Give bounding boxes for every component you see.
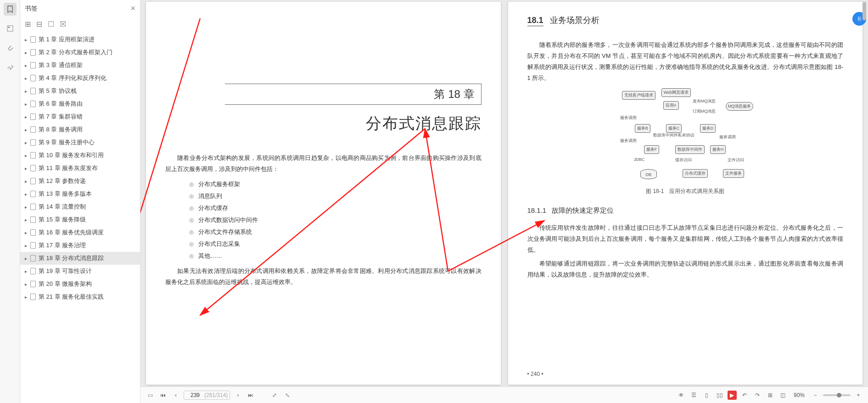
bookmark-label: 第 18 章 分布式消息跟踪: [39, 254, 104, 262]
list-item: 分布式数据访问中间件: [189, 214, 482, 226]
bookmark-item[interactable]: ▸第 16 章 服务优先级调度: [20, 226, 140, 239]
bookmark-label: 第 8 章 服务调用: [39, 125, 83, 134]
bookmark-item[interactable]: ▸第 8 章 服务调用: [20, 123, 140, 136]
panel-tools: ⊞ ⊟ ☐ ☒: [20, 17, 140, 33]
add-folder-icon[interactable]: ⊟: [36, 20, 42, 28]
bookmark-item[interactable]: ▸第 5 章 协议栈: [20, 85, 140, 97]
bookmark-panel: 书签 × ⊞ ⊟ ☐ ☒ ▸第 1 章 应用框架演进▸第 2 章 分布式服务框架…: [20, 0, 140, 403]
list-item: 其他……: [189, 250, 482, 262]
bookmark-label: 第 12 章 参数传递: [39, 177, 86, 185]
bookmark-label: 第 13 章 服务多版本: [39, 190, 92, 198]
crop-icon[interactable]: ◫: [778, 390, 788, 400]
single-page-icon[interactable]: ▯: [702, 390, 712, 400]
next-page-icon[interactable]: ›: [233, 390, 243, 400]
fit-width-icon[interactable]: ⤢: [269, 390, 280, 400]
bookmark-item[interactable]: ▸第 13 章 服务多版本: [20, 187, 140, 200]
bookmark-icon[interactable]: [4, 3, 17, 16]
bookmark-item[interactable]: ▸第 7 章 集群容错: [20, 110, 140, 123]
bookmark-item[interactable]: ▸第 6 章 服务路由: [20, 97, 140, 110]
slideshow-icon[interactable]: ▶: [728, 391, 737, 400]
bookmark-item[interactable]: ▸第 20 章 微服务架构: [20, 278, 140, 290]
page-number: • 240 •: [527, 371, 543, 377]
bookmark-label: 第 9 章 服务注册中心: [39, 138, 95, 147]
bookmark-list: ▸第 1 章 应用框架演进▸第 2 章 分布式服务框架入门▸第 3 章 通信框架…: [20, 33, 140, 403]
bookmark-item[interactable]: ▸第 15 章 服务降级: [20, 213, 140, 226]
signature-icon[interactable]: [4, 61, 17, 74]
read-mode-icon[interactable]: ☰: [689, 390, 699, 400]
bookmark-item[interactable]: ▸第 21 章 服务化最佳实践: [20, 290, 140, 303]
bookmark-item[interactable]: ▸第 4 章 序列化和反序列化: [20, 72, 140, 85]
rotate-left-icon[interactable]: ↶: [739, 390, 750, 400]
thumbnail-icon[interactable]: [4, 22, 17, 35]
fit-page-icon[interactable]: ⤡: [282, 390, 292, 400]
attachment-icon[interactable]: [4, 41, 17, 54]
page-fraction: (261/314): [204, 392, 228, 398]
status-bar: ▭ ⏮ ‹ (261/314) › ⏭ ⤢ ⤡ 👁 ☰ ▯ ▯▯ ▶ ↶ ↷ ⊞…: [140, 386, 868, 403]
bookmark-label: 第 19 章 可靠性设计: [39, 267, 92, 275]
zoom-out-icon[interactable]: −: [810, 390, 820, 400]
prev-page-icon[interactable]: ‹: [171, 390, 181, 400]
bookmark-label: 第 11 章 服务灰度发布: [39, 164, 98, 172]
last-page-icon[interactable]: ⏭: [246, 390, 256, 400]
bookmark-item[interactable]: ▸第 12 章 参数传递: [20, 175, 140, 187]
paragraph: 随着系统内部的服务增多，一次业务调用可能会通过系统内部多个服务协同调用来完成，这…: [527, 40, 844, 84]
layout-icon[interactable]: ⊞: [765, 390, 775, 400]
svg-rect-0: [7, 26, 13, 31]
sidebar-toggle-icon[interactable]: ▭: [145, 390, 155, 400]
bookmark-item[interactable]: ▸第 14 章 流量控制: [20, 200, 140, 213]
bookmark-item[interactable]: ▸第 18 章 分布式消息跟踪: [20, 252, 140, 265]
vertical-scrollbar[interactable]: [862, 0, 867, 386]
zoom-in-icon[interactable]: +: [853, 390, 863, 400]
list-item: 分布式缓存: [189, 202, 482, 214]
bookmark-item[interactable]: ▸第 17 章 服务治理: [20, 239, 140, 252]
bookmark-label: 第 10 章 服务发布和引用: [39, 151, 104, 159]
app-root: 书签 × ⊞ ⊟ ☐ ☒ ▸第 1 章 应用框架演进▸第 2 章 分布式服务框架…: [0, 0, 868, 403]
paragraph: 随着业务分布式架构的发展，系统间的系统调用日趋复杂，以电商的商品购买为例，前台界…: [165, 153, 482, 175]
bookmark-label: 第 15 章 服务降级: [39, 216, 86, 224]
two-page-icon[interactable]: ▯▯: [715, 390, 725, 400]
bookmark-label: 第 20 章 微服务架构: [39, 280, 92, 288]
bookmark-label: 第 17 章 服务治理: [39, 241, 86, 250]
bookmark-item[interactable]: ▸第 2 章 分布式服务框架入门: [20, 46, 140, 59]
bookmark-label: 第 16 章 服务优先级调度: [39, 228, 104, 237]
svg-rect-1: [8, 27, 10, 28]
list-item: 分布式日志采集: [189, 238, 482, 250]
bookmark-item[interactable]: ▸第 9 章 服务注册中心: [20, 136, 140, 149]
page-left: 第 18 章 分布式消息跟踪 随着业务分布式架构的发展，系统间的系统调用日趋复杂…: [146, 2, 501, 385]
panel-title: 书签: [25, 5, 38, 13]
bookmark-label: 第 14 章 流量控制: [39, 203, 86, 211]
zoom-slider[interactable]: [823, 394, 851, 396]
bookmark-item[interactable]: ▸第 3 章 通信框架: [20, 59, 140, 72]
eye-icon[interactable]: 👁: [676, 390, 686, 400]
bookmark-item[interactable]: ▸第 1 章 应用框架演进: [20, 33, 140, 46]
chapter-number: 第 18 章: [434, 87, 474, 102]
bookmark-label: 第 3 章 通信框架: [39, 61, 83, 69]
figure: 无线客户端请求 Web网页请求 应用A 发布MQ消息 MQ消息服务 订阅MQ消息…: [527, 88, 844, 195]
bookmark-item[interactable]: ▸第 19 章 可靠性设计: [20, 265, 140, 278]
left-rail: [0, 0, 20, 403]
bookmark-label: 第 7 章 集群容错: [39, 113, 83, 121]
bookmark-item[interactable]: ▸第 10 章 服务发布和引用: [20, 149, 140, 162]
close-icon[interactable]: ×: [130, 4, 135, 13]
list-item: 分布式服务框架: [189, 178, 482, 190]
page-input[interactable]: [186, 392, 204, 398]
bullet-list: 分布式服务框架消息队列分布式缓存分布式数据访问中间件分布式文件存储系统分布式日志…: [189, 178, 482, 262]
document-viewer: 第 18 章 分布式消息跟踪 随着业务分布式架构的发展，系统间的系统调用日趋复杂…: [140, 0, 868, 403]
bookmark-label: 第 1 章 应用框架演进: [39, 35, 95, 44]
figure-caption: 图 18-1 应用分布式调用关系图: [646, 188, 724, 194]
list-item: 分布式文件存储系统: [189, 226, 482, 238]
paragraph: 传统应用软件发生故障时，往往通过接口日志手工从故障节点采集日志进行问题分析定位。…: [527, 222, 844, 255]
section-heading: 18.1业务场景分析: [527, 15, 844, 26]
scrollbar-thumb[interactable]: [862, 2, 866, 20]
rotate-right-icon[interactable]: ↷: [752, 390, 762, 400]
bookmark-item[interactable]: ▸第 11 章 服务灰度发布: [20, 162, 140, 175]
bookmark-outline-icon[interactable]: ☒: [60, 20, 66, 28]
first-page-icon[interactable]: ⏮: [158, 390, 168, 400]
paragraph: 如果无法有效清理后端的分布式调用和依赖关系，故障定界将会非常困难。利用分布式消息…: [165, 266, 482, 288]
figure-diagram: 无线客户端请求 Web网页请求 应用A 发布MQ消息 MQ消息服务 订阅MQ消息…: [616, 88, 754, 185]
zoom-level: 90%: [794, 392, 805, 398]
list-item: 消息队列: [189, 190, 482, 202]
add-bookmark-icon[interactable]: ⊞: [25, 20, 31, 28]
bookmark-label: 第 5 章 协议栈: [39, 87, 77, 95]
bookmark-flag-icon[interactable]: ☐: [48, 20, 54, 28]
